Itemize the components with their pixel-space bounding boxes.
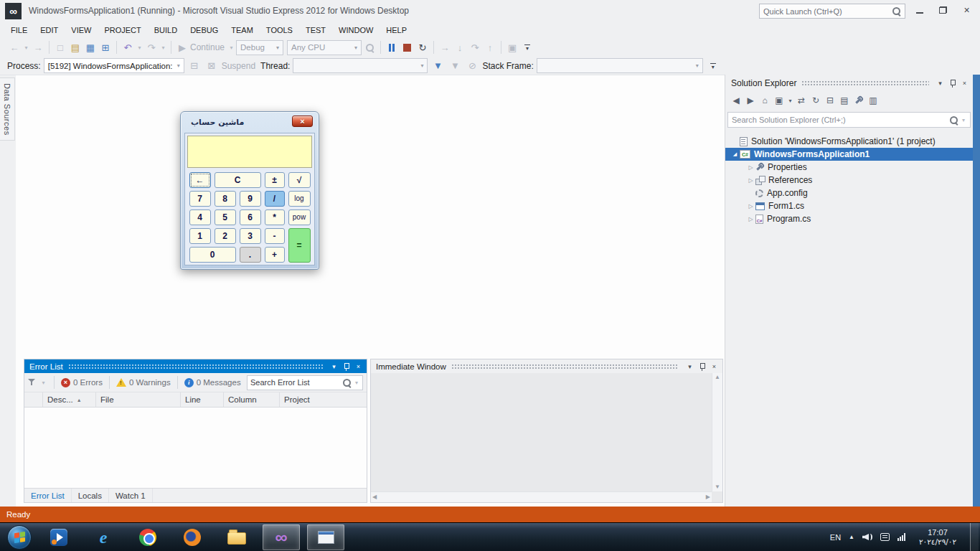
- filter-threads-icon[interactable]: ▼: [430, 58, 445, 74]
- tab-error-list[interactable]: Error List: [24, 489, 72, 502]
- new-file-icon[interactable]: □: [53, 39, 67, 55]
- calc-key-8[interactable]: 8: [215, 191, 236, 207]
- taskbar-running-app[interactable]: [307, 524, 344, 550]
- immediate-window-content[interactable]: ▲ ▼ ◀ ▶: [371, 373, 722, 502]
- open-file-icon[interactable]: ▤: [68, 39, 83, 55]
- calc-key-5[interactable]: 5: [215, 209, 236, 225]
- right-edge-scrollbar[interactable]: [973, 75, 980, 507]
- filter-menu-icon[interactable]: ▾: [39, 375, 47, 390]
- continue-label[interactable]: Continue: [190, 42, 225, 52]
- restart-icon[interactable]: ↻: [415, 39, 430, 55]
- calc-key-7[interactable]: 7: [189, 191, 211, 207]
- nav-back-icon[interactable]: ←: [7, 39, 22, 55]
- redo-icon[interactable]: ↷: [144, 39, 159, 55]
- solution-configurations-combo[interactable]: Debug ▾: [236, 40, 283, 55]
- calculator-display[interactable]: [187, 136, 312, 168]
- menu-window[interactable]: WINDOW: [332, 24, 380, 37]
- solution-platforms-combo[interactable]: Any CPU ▾: [287, 40, 362, 55]
- show-next-statement-icon[interactable]: →: [438, 39, 452, 55]
- column-file[interactable]: File: [96, 392, 181, 407]
- calc-key-minus[interactable]: -: [265, 228, 285, 244]
- calc-key-plus[interactable]: +: [265, 247, 285, 263]
- taskbar-chrome[interactable]: [129, 524, 166, 550]
- tree-item-properties[interactable]: ▷ Properties: [725, 161, 973, 174]
- solution-explorer-search-input[interactable]: [732, 116, 947, 124]
- calc-key-sqrt[interactable]: √: [288, 172, 311, 188]
- scroll-up-icon[interactable]: ▲: [715, 375, 720, 380]
- panel-grip[interactable]: [451, 364, 679, 369]
- undo-menu-icon[interactable]: ▾: [136, 39, 143, 55]
- panel-grip[interactable]: [801, 80, 929, 85]
- calc-key-4[interactable]: 4: [189, 209, 211, 225]
- tab-locals[interactable]: Locals: [72, 489, 109, 502]
- calculator-close-button[interactable]: ×: [292, 116, 313, 127]
- calc-key-6[interactable]: 6: [240, 209, 261, 225]
- tree-item-references[interactable]: ▷ References: [725, 174, 973, 187]
- window-position-icon[interactable]: ▾: [328, 361, 340, 372]
- taskbar-internet-explorer[interactable]: e: [85, 524, 122, 550]
- redo-menu-icon[interactable]: ▾: [159, 39, 167, 55]
- calc-key-log[interactable]: log: [288, 191, 311, 207]
- tree-item-project[interactable]: ◢ C# WindowsFormsApplication1: [725, 148, 973, 161]
- step-over-icon[interactable]: ↷: [468, 39, 482, 55]
- calc-key-0[interactable]: 0: [189, 247, 236, 263]
- search-menu-icon[interactable]: ▾: [354, 375, 359, 390]
- window-position-icon[interactable]: ▾: [684, 361, 696, 372]
- nav-back-menu-icon[interactable]: ▾: [22, 39, 30, 55]
- column-icon[interactable]: [24, 392, 43, 407]
- horizontal-scrollbar[interactable]: ◀ ▶: [371, 491, 712, 502]
- find-in-files-icon[interactable]: [362, 39, 377, 55]
- calc-key-9[interactable]: 9: [240, 191, 261, 207]
- menu-file[interactable]: FILE: [4, 24, 34, 37]
- pin-icon[interactable]: [696, 361, 708, 372]
- close-button[interactable]: ×: [955, 0, 979, 20]
- calc-key-multiply[interactable]: *: [265, 209, 285, 225]
- solution-explorer-search-box[interactable]: ▾: [727, 112, 971, 128]
- tree-item-solution[interactable]: Solution 'WindowsFormsApplication1' (1 p…: [725, 135, 973, 148]
- collapsed-icon[interactable]: ▷: [746, 177, 755, 184]
- menu-edit[interactable]: EDIT: [34, 24, 65, 37]
- menu-debug[interactable]: DEBUG: [184, 24, 225, 37]
- restore-button[interactable]: [931, 0, 955, 20]
- errors-count[interactable]: ×0 Errors: [61, 378, 103, 387]
- tree-item-app-config[interactable]: App.config: [725, 187, 973, 199]
- menu-help[interactable]: HELP: [380, 24, 413, 37]
- quick-launch-input[interactable]: [763, 7, 892, 16]
- scroll-right-icon[interactable]: ▶: [706, 494, 710, 500]
- search-icon[interactable]: [342, 378, 352, 387]
- error-list-search-box[interactable]: ▾: [247, 375, 363, 390]
- toolbar-overflow-icon[interactable]: ▾: [524, 44, 530, 50]
- calc-key-2[interactable]: 2: [215, 228, 236, 244]
- collapsed-icon[interactable]: ▷: [746, 216, 755, 222]
- tree-item-form1-cs[interactable]: ▷ Form1.cs: [725, 199, 973, 212]
- taskbar-media-player[interactable]: [40, 524, 77, 550]
- menu-project[interactable]: PROJECT: [98, 24, 147, 37]
- warnings-count[interactable]: 0 Warnings: [116, 378, 171, 387]
- taskbar-firefox[interactable]: [174, 524, 211, 550]
- properties-icon[interactable]: [852, 93, 865, 108]
- collapse-all-icon[interactable]: ⊟: [824, 93, 837, 108]
- scroll-left-icon[interactable]: ◀: [372, 494, 377, 500]
- error-list-titlebar[interactable]: Error List ▾ ×: [24, 359, 367, 373]
- calc-key-1[interactable]: 1: [189, 228, 211, 244]
- toolbar-overflow-icon[interactable]: ▾: [710, 63, 716, 69]
- terminate-icon[interactable]: ⊠: [204, 58, 219, 74]
- menu-tools[interactable]: TOOLS: [260, 24, 299, 37]
- menu-build[interactable]: BUILD: [148, 24, 184, 37]
- undo-icon[interactable]: ↶: [121, 39, 135, 55]
- start-button[interactable]: [7, 525, 32, 550]
- calc-key-plusminus[interactable]: ±: [265, 172, 285, 188]
- search-menu-icon[interactable]: ▾: [961, 112, 966, 128]
- thread-combo[interactable]: ▾: [293, 58, 428, 73]
- calc-key-pow[interactable]: pow: [288, 209, 311, 225]
- calc-key-clear[interactable]: C: [215, 172, 261, 188]
- vertical-scrollbar[interactable]: ▲ ▼: [712, 373, 722, 491]
- scope-menu-icon[interactable]: ▾: [787, 93, 793, 108]
- break-all-icon[interactable]: [385, 39, 399, 55]
- search-icon[interactable]: [892, 6, 901, 16]
- tree-item-program-cs[interactable]: ▷ Program.cs: [725, 212, 973, 225]
- scroll-down-icon[interactable]: ▼: [715, 484, 720, 490]
- hidden-icons-button[interactable]: ▲: [849, 534, 854, 540]
- taskbar-visual-studio[interactable]: ∞: [263, 524, 300, 550]
- column-project[interactable]: Project: [280, 392, 367, 407]
